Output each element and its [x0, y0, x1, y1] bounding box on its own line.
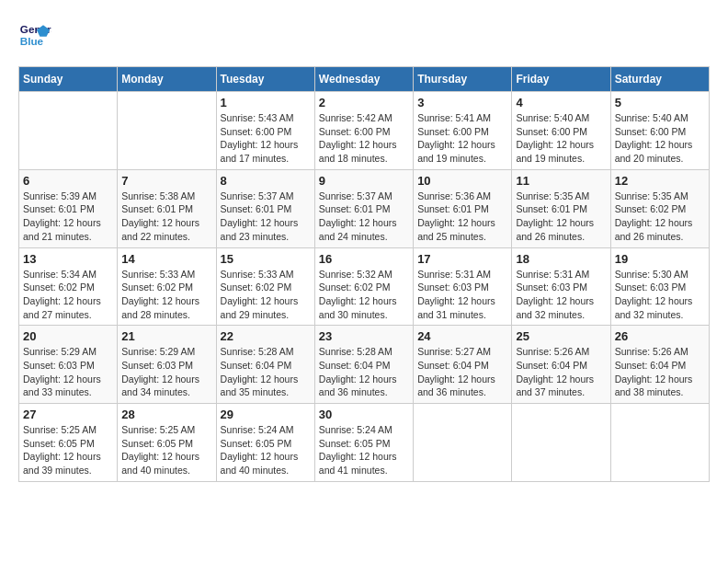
- day-number: 5: [615, 96, 705, 109]
- day-info: Sunrise: 5:42 AMSunset: 6:00 PMDaylight:…: [319, 111, 409, 166]
- day-number: 25: [516, 329, 606, 343]
- calendar-table: SundayMondayTuesdayWednesdayThursdayFrid…: [18, 66, 710, 482]
- calendar-day-cell: [19, 92, 118, 170]
- day-number: 23: [319, 329, 409, 343]
- day-info: Sunrise: 5:27 AMSunset: 6:04 PMDaylight:…: [417, 345, 507, 399]
- calendar-week-row: 1Sunrise: 5:43 AMSunset: 6:00 PMDaylight…: [19, 92, 710, 170]
- day-info: Sunrise: 5:26 AMSunset: 6:04 PMDaylight:…: [516, 345, 606, 399]
- calendar-week-row: 27Sunrise: 5:25 AMSunset: 6:05 PMDayligh…: [19, 404, 710, 482]
- day-info: Sunrise: 5:39 AMSunset: 6:01 PMDaylight:…: [23, 190, 113, 244]
- day-number: 10: [417, 174, 507, 188]
- day-info: Sunrise: 5:40 AMSunset: 6:00 PMDaylight:…: [516, 111, 606, 166]
- calendar-day-cell: [414, 404, 512, 482]
- calendar-day-cell: [118, 92, 216, 170]
- day-number: 27: [23, 408, 113, 421]
- calendar-day-cell: 28Sunrise: 5:25 AMSunset: 6:05 PMDayligh…: [118, 404, 216, 482]
- day-info: Sunrise: 5:29 AMSunset: 6:03 PMDaylight:…: [121, 345, 211, 399]
- calendar-day-cell: 13Sunrise: 5:34 AMSunset: 6:02 PMDayligh…: [19, 247, 118, 326]
- day-info: Sunrise: 5:33 AMSunset: 6:02 PMDaylight:…: [121, 268, 211, 322]
- calendar-day-cell: 18Sunrise: 5:31 AMSunset: 6:03 PMDayligh…: [512, 247, 610, 326]
- day-info: Sunrise: 5:34 AMSunset: 6:02 PMDaylight:…: [23, 268, 113, 322]
- day-info: Sunrise: 5:36 AMSunset: 6:01 PMDaylight:…: [417, 190, 507, 244]
- calendar-header-row: SundayMondayTuesdayWednesdayThursdayFrid…: [19, 67, 710, 92]
- day-number: 1: [221, 96, 311, 109]
- day-info: Sunrise: 5:31 AMSunset: 6:03 PMDaylight:…: [516, 268, 606, 322]
- calendar-day-cell: 25Sunrise: 5:26 AMSunset: 6:04 PMDayligh…: [512, 326, 610, 404]
- day-number: 6: [23, 174, 113, 188]
- day-number: 26: [615, 329, 705, 343]
- day-info: Sunrise: 5:32 AMSunset: 6:02 PMDaylight:…: [319, 268, 409, 322]
- calendar-day-cell: 6Sunrise: 5:39 AMSunset: 6:01 PMDaylight…: [19, 169, 118, 247]
- calendar-day-cell: 3Sunrise: 5:41 AMSunset: 6:00 PMDaylight…: [414, 92, 512, 170]
- day-info: Sunrise: 5:30 AMSunset: 6:03 PMDaylight:…: [615, 268, 705, 322]
- day-of-week-header: Thursday: [414, 67, 512, 92]
- day-of-week-header: Saturday: [610, 67, 709, 92]
- calendar-day-cell: 20Sunrise: 5:29 AMSunset: 6:03 PMDayligh…: [19, 326, 118, 404]
- day-number: 11: [516, 174, 606, 188]
- day-of-week-header: Friday: [512, 67, 610, 92]
- calendar-day-cell: 30Sunrise: 5:24 AMSunset: 6:05 PMDayligh…: [314, 404, 413, 482]
- day-number: 20: [23, 329, 113, 343]
- day-info: Sunrise: 5:28 AMSunset: 6:04 PMDaylight:…: [221, 345, 311, 399]
- calendar-day-cell: 27Sunrise: 5:25 AMSunset: 6:05 PMDayligh…: [19, 404, 118, 482]
- calendar-day-cell: 17Sunrise: 5:31 AMSunset: 6:03 PMDayligh…: [414, 247, 512, 326]
- calendar-day-cell: [610, 404, 709, 482]
- day-info: Sunrise: 5:24 AMSunset: 6:05 PMDaylight:…: [221, 423, 311, 477]
- calendar-week-row: 20Sunrise: 5:29 AMSunset: 6:03 PMDayligh…: [19, 326, 710, 404]
- day-info: Sunrise: 5:35 AMSunset: 6:02 PMDaylight:…: [615, 190, 705, 244]
- day-number: 28: [121, 408, 211, 421]
- day-number: 18: [516, 252, 606, 266]
- calendar-day-cell: 10Sunrise: 5:36 AMSunset: 6:01 PMDayligh…: [414, 169, 512, 247]
- day-info: Sunrise: 5:40 AMSunset: 6:00 PMDaylight:…: [615, 111, 705, 166]
- day-info: Sunrise: 5:31 AMSunset: 6:03 PMDaylight:…: [417, 268, 507, 322]
- day-info: Sunrise: 5:33 AMSunset: 6:02 PMDaylight:…: [221, 268, 311, 322]
- day-info: Sunrise: 5:28 AMSunset: 6:04 PMDaylight:…: [319, 345, 409, 399]
- calendar-week-row: 13Sunrise: 5:34 AMSunset: 6:02 PMDayligh…: [19, 247, 710, 326]
- calendar-day-cell: 2Sunrise: 5:42 AMSunset: 6:00 PMDaylight…: [314, 92, 413, 170]
- calendar-day-cell: 9Sunrise: 5:37 AMSunset: 6:01 PMDaylight…: [314, 169, 413, 247]
- day-info: Sunrise: 5:41 AMSunset: 6:00 PMDaylight:…: [417, 111, 507, 166]
- calendar-day-cell: 1Sunrise: 5:43 AMSunset: 6:00 PMDaylight…: [216, 92, 314, 170]
- calendar-day-cell: 23Sunrise: 5:28 AMSunset: 6:04 PMDayligh…: [314, 326, 413, 404]
- calendar-day-cell: 7Sunrise: 5:38 AMSunset: 6:01 PMDaylight…: [118, 169, 216, 247]
- calendar-day-cell: 26Sunrise: 5:26 AMSunset: 6:04 PMDayligh…: [610, 326, 709, 404]
- day-of-week-header: Monday: [118, 67, 216, 92]
- day-number: 21: [121, 329, 211, 343]
- day-info: Sunrise: 5:24 AMSunset: 6:05 PMDaylight:…: [319, 423, 409, 477]
- day-number: 19: [615, 252, 705, 266]
- day-number: 8: [221, 174, 311, 188]
- day-info: Sunrise: 5:26 AMSunset: 6:04 PMDaylight:…: [615, 345, 705, 399]
- calendar-day-cell: 29Sunrise: 5:24 AMSunset: 6:05 PMDayligh…: [216, 404, 314, 482]
- day-number: 16: [319, 252, 409, 266]
- calendar-day-cell: 15Sunrise: 5:33 AMSunset: 6:02 PMDayligh…: [216, 247, 314, 326]
- day-number: 24: [417, 329, 507, 343]
- day-info: Sunrise: 5:43 AMSunset: 6:00 PMDaylight:…: [221, 111, 311, 166]
- day-info: Sunrise: 5:38 AMSunset: 6:01 PMDaylight:…: [121, 190, 211, 244]
- day-number: 29: [221, 408, 311, 421]
- logo-icon: General Blue: [18, 18, 51, 52]
- day-info: Sunrise: 5:25 AMSunset: 6:05 PMDaylight:…: [121, 423, 211, 477]
- day-number: 2: [319, 96, 409, 109]
- calendar-day-cell: 12Sunrise: 5:35 AMSunset: 6:02 PMDayligh…: [610, 169, 709, 247]
- day-number: 17: [417, 252, 507, 266]
- calendar-day-cell: 24Sunrise: 5:27 AMSunset: 6:04 PMDayligh…: [414, 326, 512, 404]
- logo: General Blue: [18, 18, 51, 52]
- calendar-day-cell: 22Sunrise: 5:28 AMSunset: 6:04 PMDayligh…: [216, 326, 314, 404]
- calendar-day-cell: 5Sunrise: 5:40 AMSunset: 6:00 PMDaylight…: [610, 92, 709, 170]
- day-info: Sunrise: 5:29 AMSunset: 6:03 PMDaylight:…: [23, 345, 113, 399]
- day-number: 15: [221, 252, 311, 266]
- header: General Blue: [18, 18, 710, 52]
- calendar-week-row: 6Sunrise: 5:39 AMSunset: 6:01 PMDaylight…: [19, 169, 710, 247]
- day-number: 3: [417, 96, 507, 109]
- day-number: 30: [319, 408, 409, 421]
- calendar-day-cell: 21Sunrise: 5:29 AMSunset: 6:03 PMDayligh…: [118, 326, 216, 404]
- day-of-week-header: Tuesday: [216, 67, 314, 92]
- day-number: 4: [516, 96, 606, 109]
- day-number: 9: [319, 174, 409, 188]
- day-info: Sunrise: 5:37 AMSunset: 6:01 PMDaylight:…: [221, 190, 311, 244]
- day-of-week-header: Sunday: [19, 67, 118, 92]
- day-number: 22: [221, 329, 311, 343]
- day-number: 12: [615, 174, 705, 188]
- day-info: Sunrise: 5:35 AMSunset: 6:01 PMDaylight:…: [516, 190, 606, 244]
- day-number: 7: [121, 174, 211, 188]
